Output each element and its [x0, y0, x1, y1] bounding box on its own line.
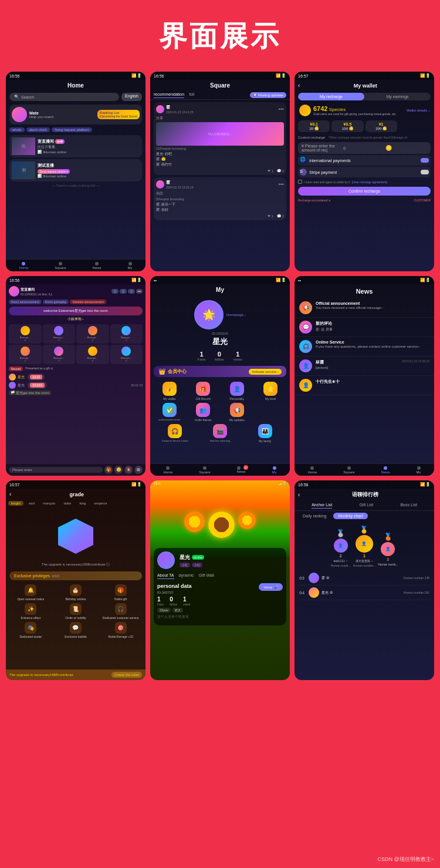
- more-icon-btn[interactable]: ⊞: [134, 466, 143, 474]
- recharge-input[interactable]: ¥ Please enter the amount of rec| 0 🪙: [298, 142, 431, 154]
- bottom-nav-news: Home Square News My: [295, 463, 434, 476]
- home-nav-title: Home: [6, 80, 145, 91]
- check-rules-btn[interactable]: Check the rules: [111, 672, 142, 678]
- recharge-opt-1[interactable]: ¥1 200 🪙: [365, 120, 397, 132]
- tab-recommendation[interactable]: recommendation: [154, 92, 184, 98]
- mic-icon-btn[interactable]: 🔇: [124, 466, 133, 474]
- live-info-1: 室直播间 女神 比位力量桑 📊 3Human online: [38, 139, 140, 154]
- tab-earnings[interactable]: My earnings: [364, 93, 431, 100]
- nav-news-news[interactable]: News: [381, 466, 390, 474]
- live-item-1[interactable]: 比 室直播间 女神 比位力量桑 📊 3Human online: [9, 135, 142, 157]
- news-item-comment[interactable]: 💬 新的评论 霍: 说 房事: [295, 318, 434, 337]
- nav-news-my[interactable]: News 22: [237, 466, 246, 474]
- gift-3[interactable]: Boss po...0: [76, 324, 109, 344]
- tag-whole[interactable]: whole: [9, 127, 25, 132]
- comment-btn-2[interactable]: 💬 2: [277, 214, 284, 218]
- menu-level[interactable]: ⭐My level: [255, 382, 287, 401]
- nav-home[interactable]: Home: [19, 262, 28, 270]
- tab-daily[interactable]: Daily ranking: [298, 513, 331, 519]
- gift-2[interactable]: Boss po...0: [43, 324, 76, 344]
- gift-5[interactable]: Boss po...0: [9, 345, 42, 364]
- comment-btn-1[interactable]: 💬 3: [277, 169, 284, 173]
- tab-king[interactable]: king: [76, 501, 89, 506]
- nav-square-my[interactable]: Square: [199, 466, 210, 474]
- payment-international[interactable]: 🌐 International payments: [298, 155, 431, 166]
- tab-follow[interactable]: foll: [189, 92, 194, 98]
- nav-my[interactable]: My: [128, 262, 133, 270]
- menu-live[interactable]: 🎬Start live streaming: [199, 424, 242, 443]
- tab-gift-wall[interactable]: Gift Wall: [199, 573, 214, 579]
- menu-wallet[interactable]: 💰My wallet: [154, 382, 185, 401]
- screen-my: •• 📶🔋 My 🌟 Homepage › ID:205205 星光 1 Fan…: [150, 276, 290, 476]
- tab-earl[interactable]: earl: [26, 501, 38, 506]
- nav-square-news[interactable]: Square: [343, 466, 354, 474]
- stripe-toggle[interactable]: [421, 170, 429, 174]
- like-btn-1[interactable]: ❤ 1: [268, 169, 273, 173]
- recharge-opt-05[interactable]: ¥0.5 100 🪙: [331, 120, 363, 132]
- gift-6[interactable]: Boss po...0: [43, 345, 76, 364]
- nav-my-my[interactable]: My: [272, 466, 277, 474]
- tab-gift-list[interactable]: Gift List: [359, 503, 373, 509]
- tab-recharge[interactable]: My recharge: [298, 93, 364, 100]
- tab-emperor[interactable]: emperor: [91, 501, 110, 506]
- priv-birthday: 🎂Birthday wishes: [55, 584, 97, 601]
- menu-family[interactable]: 👨‍👩‍👧My family: [243, 424, 286, 443]
- news-avatar-3: 🎧: [299, 340, 312, 353]
- intl-toggle[interactable]: [421, 158, 429, 163]
- ann-room[interactable]: Room announcement: [9, 300, 42, 304]
- tab-boss-list[interactable]: Boss List: [400, 503, 417, 509]
- menu-invite[interactable]: 👥Invite friends: [188, 403, 219, 422]
- emoji-icon-btn[interactable]: 😊: [114, 466, 123, 474]
- gift-4[interactable]: Boss po...0: [110, 324, 143, 344]
- post-btn[interactable]: 📢 Posting updates: [250, 92, 286, 98]
- tab-dynamic[interactable]: dynamic: [179, 573, 194, 579]
- chat-input[interactable]: Please enter: [9, 467, 103, 473]
- nav-my-news[interactable]: My: [417, 466, 421, 474]
- homepage-link[interactable]: Homepage ›: [226, 313, 245, 317]
- news-item-shihang[interactable]: 👤 十行先生⊕十: [295, 376, 434, 395]
- menu-auth[interactable]: ✅authentication center: [154, 403, 185, 422]
- confirm-recharge-btn[interactable]: Confirm recharge: [298, 187, 431, 196]
- like-btn-2[interactable]: ❤ 1: [268, 214, 273, 218]
- search-box[interactable]: 🔍 Search: [9, 93, 119, 101]
- nav-news[interactable]: News: [93, 262, 101, 270]
- menu-gift[interactable]: 🎁Gift Record: [188, 382, 219, 401]
- wallet-details-link[interactable]: Wallet details ›: [407, 109, 429, 112]
- status-bar-home: 16:56 📶🔋: [6, 72, 145, 80]
- news-item-official[interactable]: 📢 Official announcement You have receive…: [295, 298, 434, 318]
- voice-btn[interactable]: Voice 🎤: [259, 583, 283, 591]
- tab-anchor-list[interactable]: Anchor List: [312, 503, 332, 509]
- tab-monthly[interactable]: Monthly chart: [333, 513, 367, 519]
- grade-tabs: knight earl marquis duke king emperor: [6, 500, 145, 507]
- gift-icon-btn[interactable]: 🎁: [104, 466, 113, 474]
- tag-song[interactable]: Song request platform: [52, 127, 92, 132]
- news-item-linxia[interactable]: 👤 林霞 2024-01-23 15:58:22 [picture]: [295, 356, 434, 376]
- ann-gameplay[interactable]: Room gameplay: [43, 300, 69, 304]
- payment-stripe[interactable]: S Stripe payment: [298, 167, 431, 177]
- menu-updates[interactable]: 📢My updates: [221, 403, 253, 422]
- menu-personality[interactable]: 👤Personality: [221, 382, 253, 401]
- recharge-opt-01[interactable]: ¥0.1 20 🪙: [298, 120, 330, 132]
- gift-8[interactable]: Boss po...0: [110, 345, 143, 364]
- nav-home-my[interactable]: Home: [163, 466, 172, 474]
- tab-knight[interactable]: knight: [8, 501, 23, 506]
- post-dots-2[interactable]: •••: [279, 181, 284, 187]
- ann-violation[interactable]: Violation announcement: [70, 300, 106, 304]
- activate-btn[interactable]: Activate service ›: [249, 369, 282, 375]
- badge-3: 👤: [128, 289, 135, 294]
- agree-checkbox[interactable]: [298, 180, 302, 184]
- tab-duke[interactable]: duke: [60, 501, 74, 506]
- tab-marquis[interactable]: marquis: [40, 501, 58, 506]
- tab-about[interactable]: About TA: [157, 573, 174, 579]
- nav-square[interactable]: Square: [55, 262, 66, 270]
- menu-customer-service[interactable]: 🎧Customer Service Center: [154, 424, 197, 443]
- gift-1[interactable]: Boss po...0: [9, 324, 42, 344]
- lang-button[interactable]: English: [121, 93, 142, 101]
- post-dots-1[interactable]: •••: [279, 106, 284, 112]
- gift-7[interactable]: Boss po...0: [76, 345, 109, 364]
- live-item-2[interactable]: 测 测试直播 Song request platform 📊 3Human on…: [9, 159, 142, 181]
- nav-home-news[interactable]: Home: [307, 466, 317, 474]
- tag-alarm[interactable]: alarm clock: [26, 127, 50, 132]
- record-btn[interactable]: Record: [9, 366, 23, 371]
- news-item-service[interactable]: 🎧 Online Service If you have any questio…: [295, 337, 434, 356]
